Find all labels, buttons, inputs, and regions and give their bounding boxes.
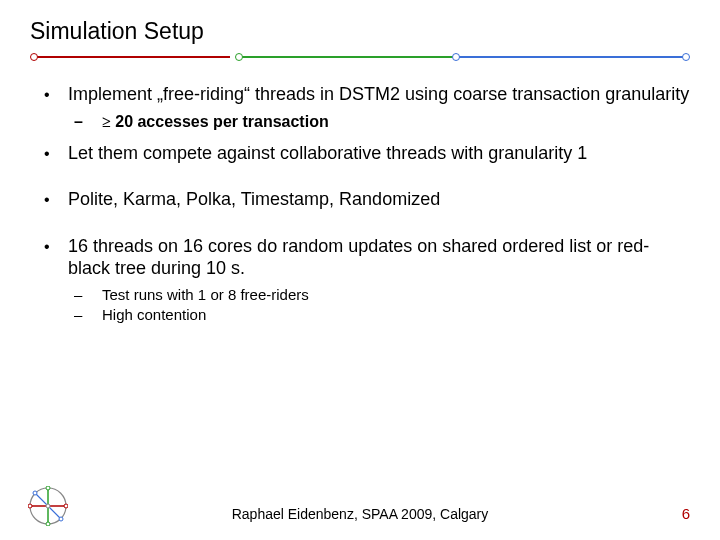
- slide-title: Simulation Setup: [30, 18, 690, 45]
- bullet-text: High contention: [102, 306, 690, 325]
- bullet-text: Test runs with 1 or 8 free-riders: [102, 286, 690, 305]
- svg-point-8: [33, 491, 37, 495]
- divider-node-1: [30, 53, 38, 61]
- bullet-3: • Polite, Karma, Polka, Timestamp, Rando…: [44, 188, 690, 211]
- bullet-dash: –: [74, 306, 102, 325]
- sub-text: 20 accesses per transaction: [111, 113, 329, 130]
- geq-symbol: ≥: [102, 113, 111, 130]
- bullet-dot: •: [44, 235, 68, 280]
- divider-seg-green: [241, 56, 459, 58]
- bullet-1: • Implement „free-riding“ threads in DST…: [44, 83, 690, 106]
- bullet-dash: –: [74, 286, 102, 305]
- divider-seg-blue: [459, 56, 683, 58]
- bullet-text: Let them compete against collaborative t…: [68, 142, 690, 165]
- svg-point-4: [46, 486, 50, 490]
- divider-node-4: [682, 53, 690, 61]
- divider: [30, 51, 690, 65]
- slide: Simulation Setup • Implement „free-ridin…: [0, 0, 720, 540]
- bullet-4-sub-2: – High contention: [74, 306, 690, 325]
- page-number: 6: [682, 505, 690, 522]
- footer-text: Raphael Eidenbenz, SPAA 2009, Calgary: [0, 506, 720, 522]
- bullet-2: • Let them compete against collaborative…: [44, 142, 690, 165]
- bullet-dot: •: [44, 142, 68, 165]
- bullet-text: ≥ 20 accesses per transaction: [102, 112, 690, 132]
- content: • Implement „free-riding“ threads in DST…: [30, 83, 690, 325]
- bullet-4: • 16 threads on 16 cores do random updat…: [44, 235, 690, 280]
- bullet-text: Polite, Karma, Polka, Timestamp, Randomi…: [68, 188, 690, 211]
- bullet-dot: •: [44, 188, 68, 211]
- divider-node-2: [235, 53, 243, 61]
- bullet-text: 16 threads on 16 cores do random updates…: [68, 235, 690, 280]
- bullet-text: Implement „free-riding“ threads in DSTM2…: [68, 83, 690, 106]
- bullet-1-sub-1: – ≥ 20 accesses per transaction: [74, 112, 690, 132]
- divider-seg-red: [32, 56, 230, 58]
- svg-point-5: [46, 522, 50, 526]
- divider-node-3: [452, 53, 460, 61]
- bullet-4-sub-1: – Test runs with 1 or 8 free-riders: [74, 286, 690, 305]
- bullet-dash: –: [74, 112, 102, 132]
- bullet-dot: •: [44, 83, 68, 106]
